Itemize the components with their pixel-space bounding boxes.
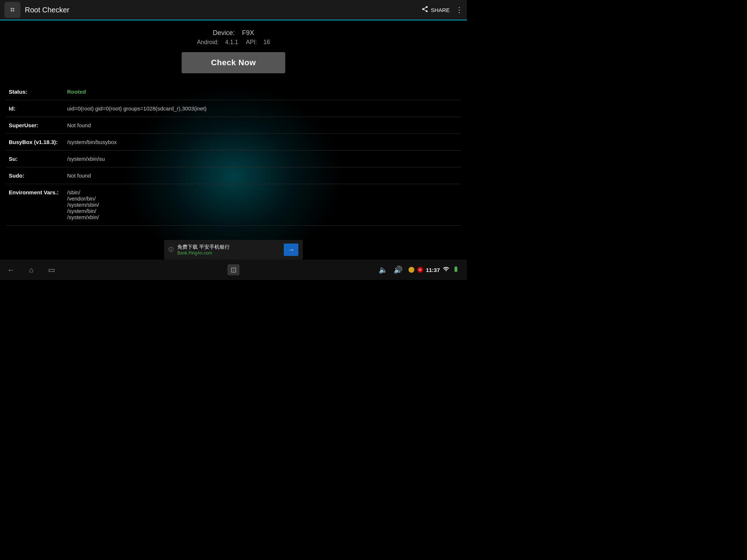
volume-up-button[interactable]: 🔊 xyxy=(394,265,403,274)
table-row: Id:uid=0(root) gid=0(root) groups=1028(s… xyxy=(6,100,461,117)
main-content: Device: F9X Android: 4.1.1 API: 16 Check… xyxy=(0,20,467,226)
overflow-menu-button[interactable]: ⋮ xyxy=(456,5,462,14)
device-name: F9X xyxy=(242,29,254,36)
row-label: Id: xyxy=(6,100,64,117)
check-now-button[interactable]: Check Now xyxy=(182,52,285,73)
row-label: SuperUser: xyxy=(6,117,64,134)
row-label: BusyBox (v1.18.3): xyxy=(6,134,64,151)
nav-left-buttons: ← ⌂ ▭ xyxy=(7,265,55,274)
row-value: /system/bin/busybox xyxy=(64,134,461,151)
screenshot-button[interactable]: ⊡ xyxy=(228,265,240,274)
row-value: Not found xyxy=(64,117,461,134)
table-row: Environment Vars.:/sbin//vendor/bin//sys… xyxy=(6,184,461,226)
wifi-icon xyxy=(443,266,449,274)
table-row: SuperUser:Not found xyxy=(6,117,461,134)
share-icon xyxy=(421,5,429,15)
row-label: Su: xyxy=(6,151,64,167)
ad-title: 免费下载 平安手机银行 xyxy=(177,244,280,250)
android-line: Android: 4.1.1 API: 16 xyxy=(6,39,461,46)
nav-bar: ← ⌂ ▭ ⊡ 🔈 🔊 O 11:37 xyxy=(0,260,467,280)
ad-arrow-icon: → xyxy=(288,246,294,254)
row-value: /sbin//vendor/bin//system/sbin//system/b… xyxy=(64,184,461,226)
ad-text: 免费下载 平安手机银行 Bank.PingAn.com xyxy=(177,244,280,256)
table-row: Status:Rooted xyxy=(6,83,461,100)
recents-button[interactable]: ▭ xyxy=(48,265,55,274)
app-icon: ⌗ xyxy=(4,2,20,18)
device-label: Device: xyxy=(213,29,235,36)
android-version: 4.1.1 xyxy=(225,39,238,45)
row-value: uid=0(root) gid=0(root) groups=1028(sdca… xyxy=(64,100,461,117)
action-bar: ⌗ Root Checker SHARE ⋮ xyxy=(0,0,467,20)
row-label: Sudo: xyxy=(6,167,64,184)
share-button[interactable]: SHARE xyxy=(421,5,450,15)
row-label: Environment Vars.: xyxy=(6,184,64,226)
info-table: Status:RootedId:uid=0(root) gid=0(root) … xyxy=(6,83,461,226)
ad-arrow-button[interactable]: → xyxy=(284,244,298,256)
android-label: Android: xyxy=(197,39,219,45)
opera-icon: O xyxy=(417,267,423,273)
volume-down-button[interactable]: 🔈 xyxy=(379,265,388,274)
back-button[interactable]: ← xyxy=(7,266,15,274)
row-value: Not found xyxy=(64,167,461,184)
time-display: 11:37 xyxy=(426,267,440,273)
notification-icon xyxy=(409,267,414,273)
screenshot-icon[interactable]: ⊡ xyxy=(228,264,240,275)
api-version: 16 xyxy=(263,39,270,45)
ad-banner: ⓘ 免费下载 平安手机银行 Bank.PingAn.com → xyxy=(164,240,303,260)
status-icons: O 11:37 xyxy=(409,266,460,274)
nav-right-area: 🔈 🔊 O 11:37 xyxy=(379,265,460,274)
table-row: BusyBox (v1.18.3):/system/bin/busybox xyxy=(6,134,461,151)
ad-url: Bank.PingAn.com xyxy=(177,250,280,256)
home-button[interactable]: ⌂ xyxy=(29,266,34,274)
app-title: Root Checker xyxy=(25,6,421,14)
device-info: Device: F9X Android: 4.1.1 API: 16 xyxy=(6,29,461,46)
table-row: Su:/system/xbin/su xyxy=(6,151,461,167)
battery-icon xyxy=(452,266,460,274)
device-line: Device: F9X xyxy=(6,29,461,37)
ad-info-icon: ⓘ xyxy=(169,246,174,253)
row-value: Rooted xyxy=(64,83,461,100)
table-row: Sudo:Not found xyxy=(6,167,461,184)
row-label: Status: xyxy=(6,83,64,100)
status-badge: Rooted xyxy=(67,89,86,95)
share-label: SHARE xyxy=(431,7,450,13)
api-label: API: xyxy=(246,39,257,45)
row-value: /system/xbin/su xyxy=(64,151,461,167)
